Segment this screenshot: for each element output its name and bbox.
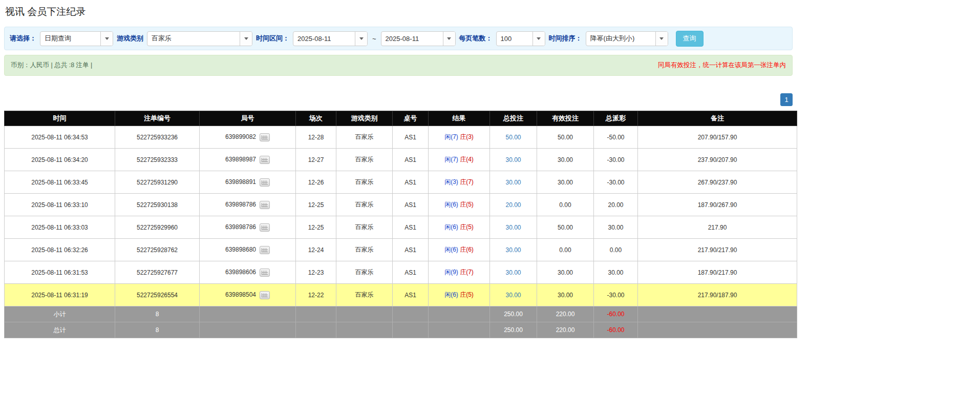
summary-empty-cell: [638, 306, 797, 322]
cell-total-bet: 20.00: [490, 194, 537, 216]
page-size-input[interactable]: [497, 32, 532, 46]
cell-time: 2025-08-11 06:33:45: [5, 171, 115, 194]
cell-bet-id: 522725930138: [115, 194, 200, 216]
summary-valid-bet: 220.00: [537, 306, 594, 322]
cell-game-type: 百家乐: [336, 126, 393, 149]
total-bet-link[interactable]: 30.00: [505, 269, 521, 276]
search-button[interactable]: 查询: [676, 31, 704, 47]
query-type-input[interactable]: [40, 32, 100, 46]
date-from-dropdown-button[interactable]: [355, 32, 367, 46]
cell-total-bet: 30.00: [490, 284, 537, 306]
roadmap-icon[interactable]: [260, 223, 270, 232]
chevron-down-icon: [244, 37, 248, 40]
sort-order-dropdown[interactable]: [586, 31, 668, 46]
column-header: 注单编号: [115, 111, 200, 126]
cell-time: 2025-08-11 06:33:03: [5, 216, 115, 239]
result-banker: 庄(7): [460, 178, 474, 186]
cell-total-bet: 30.00: [490, 261, 537, 284]
summary-payout: -60.00: [594, 322, 638, 338]
summary-empty-cell: [336, 306, 393, 322]
round-id-text: 639899082: [225, 133, 256, 140]
cell-time: 2025-08-11 06:34:53: [5, 126, 115, 149]
cell-bet-id: 522725931290: [115, 171, 200, 194]
cell-game-type: 百家乐: [336, 261, 393, 284]
cell-game-type: 百家乐: [336, 171, 393, 194]
date-from-dropdown[interactable]: [293, 31, 368, 46]
game-type-dropdown-button[interactable]: [240, 32, 252, 46]
cell-bet-id: 522725927677: [115, 261, 200, 284]
column-header: 总派彩: [594, 111, 638, 126]
date-to-input[interactable]: [381, 32, 443, 46]
cell-total-bet: 30.00: [490, 171, 537, 194]
total-bet-link[interactable]: 50.00: [505, 134, 521, 141]
total-bet-link[interactable]: 30.00: [505, 224, 521, 231]
sort-order-dropdown-button[interactable]: [655, 32, 668, 46]
cell-result: 闲(7) 庄(4): [429, 149, 490, 171]
filter-bar: 请选择： 游戏类别 时间区间： ~ 每页笔数： 时间排序：: [4, 27, 793, 50]
cell-game-type: 百家乐: [336, 194, 393, 216]
roadmap-icon[interactable]: [260, 178, 270, 187]
column-header: 游戏类别: [336, 111, 393, 126]
cell-valid-bet: 30.00: [537, 171, 594, 194]
page-size-dropdown[interactable]: [496, 31, 545, 46]
cell-game-type: 百家乐: [336, 149, 393, 171]
summary-empty-cell: [200, 306, 296, 322]
roadmap-icon[interactable]: [260, 269, 270, 277]
cell-game-type: 百家乐: [336, 284, 393, 306]
summary-empty-cell: [393, 322, 429, 338]
cell-remark: 207.90/157.90: [638, 126, 797, 149]
roadmap-icon[interactable]: [260, 133, 270, 141]
column-header: 局号: [200, 111, 296, 126]
cell-result: 闲(6) 庄(5): [429, 216, 490, 239]
date-from-input[interactable]: [293, 32, 355, 46]
roadmap-icon[interactable]: [260, 201, 270, 209]
column-header: 有效投注: [537, 111, 594, 126]
total-bet-link[interactable]: 30.00: [505, 179, 521, 186]
bet-records-table: 时间注单编号局号场次游戏类别桌号结果总投注有效投注总派彩备注 2025-08-1…: [4, 111, 797, 338]
page-number-button[interactable]: 1: [780, 93, 793, 106]
summary-total-bet: 250.00: [490, 306, 537, 322]
total-bet-link[interactable]: 30.00: [505, 156, 521, 163]
sort-order-input[interactable]: [586, 32, 655, 46]
query-type-dropdown-button[interactable]: [100, 32, 113, 46]
info-bar: 币别：人民币 | 总共 :8 注单 | 同局有效投注，统一计算在该局第一张注单内: [4, 55, 793, 76]
cell-game-type: 百家乐: [336, 216, 393, 239]
cell-valid-bet: 0.00: [537, 194, 594, 216]
filter-label-page-size: 每页笔数：: [459, 34, 493, 43]
cell-time: 2025-08-11 06:31:19: [5, 284, 115, 306]
game-type-dropdown[interactable]: [147, 31, 252, 46]
cell-valid-bet: 30.00: [537, 261, 594, 284]
cell-valid-bet: 0.00: [537, 239, 594, 261]
cell-total-bet: 30.00: [490, 239, 537, 261]
roadmap-icon[interactable]: [260, 291, 270, 299]
summary-empty-cell: [429, 306, 490, 322]
total-bet-link[interactable]: 30.00: [505, 246, 521, 254]
summary-label: 小计: [5, 306, 115, 322]
cell-payout: 0.00: [594, 239, 638, 261]
table-row: 2025-08-11 06:32:26522725928762639898680…: [5, 239, 797, 261]
round-id-text: 639898891: [225, 178, 256, 186]
round-id-text: 639898987: [225, 156, 256, 163]
date-to-dropdown-button[interactable]: [443, 32, 455, 46]
total-bet-link[interactable]: 20.00: [505, 201, 521, 209]
game-type-input[interactable]: [147, 32, 240, 46]
cell-table-no: AS1: [393, 261, 429, 284]
cell-time: 2025-08-11 06:33:10: [5, 194, 115, 216]
chevron-down-icon: [105, 37, 109, 40]
table-row: 2025-08-11 06:31:53522725927677639898606…: [5, 261, 797, 284]
result-player: 闲(9): [444, 269, 458, 276]
total-bet-link[interactable]: 30.00: [505, 292, 521, 299]
roadmap-icon[interactable]: [260, 246, 270, 254]
query-type-dropdown[interactable]: [40, 31, 113, 46]
date-to-dropdown[interactable]: [381, 31, 456, 46]
page-size-dropdown-button[interactable]: [532, 32, 545, 46]
roadmap-icon[interactable]: [260, 156, 270, 164]
summary-empty-cell: [393, 306, 429, 322]
summary-label: 总计: [5, 322, 115, 338]
filter-label-game-type: 游戏类别: [117, 34, 143, 43]
result-banker: 庄(4): [460, 156, 474, 163]
cell-remark: 187.90/217.90: [638, 261, 797, 284]
cell-bet-id: 522725932333: [115, 149, 200, 171]
cell-table-no: AS1: [393, 216, 429, 239]
filter-label-time-range: 时间区间：: [256, 34, 289, 43]
